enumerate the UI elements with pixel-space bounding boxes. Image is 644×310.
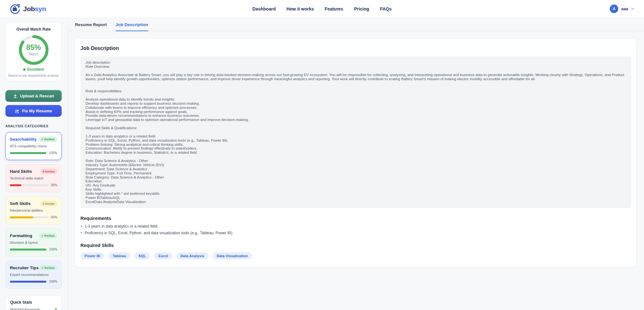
progress-bar	[10, 184, 48, 186]
status-badge: ✓Perfect	[39, 265, 57, 271]
progress-bar	[10, 281, 46, 283]
check-icon: ✓	[41, 137, 44, 141]
requirement-item: Proficiency in SQL, Excel, Python, and d…	[80, 231, 631, 235]
job-description-card: Job Description Job description Role Ove…	[75, 38, 637, 267]
user-name: aaa	[621, 6, 628, 11]
issues-badge: 2 issues	[40, 201, 58, 206]
chevron-down-icon	[631, 8, 634, 10]
category-card-searchability[interactable]: Searchability ✓Perfect ATS compatibility…	[5, 132, 62, 160]
category-name: Formatting	[10, 233, 32, 238]
match-footnote: Based on job requirements analysis	[8, 74, 59, 77]
progress-label: 100%	[49, 280, 57, 283]
nav-features[interactable]: Features	[325, 6, 343, 11]
page-title: Job Description	[80, 46, 631, 51]
status-badge: ✓Perfect	[39, 233, 57, 238]
match-percent: 85%	[26, 44, 41, 51]
quick-stats-card: Quick Stats Matched Keywords: 6 Missing …	[5, 296, 62, 310]
main-content: Resume Report Job Description Job Descri…	[68, 18, 644, 310]
quick-stats-title: Quick Stats	[10, 300, 57, 305]
skill-chip: Data Visualization	[213, 252, 252, 259]
nav-faqs[interactable]: FAQs	[380, 6, 392, 11]
progress-label: 100%	[49, 248, 57, 251]
match-ring: 85% Match	[18, 34, 50, 66]
category-card-hard-skills[interactable]: Hard Skills 6 issues Technical skills ma…	[5, 164, 62, 192]
upload-rescan-button[interactable]: Upload & Rescan	[5, 90, 62, 102]
sidebar: Overall Match Rate 85% Match Excellent B…	[0, 18, 68, 310]
category-desc: Expert recommendations	[10, 273, 57, 277]
avatar: A	[610, 4, 618, 13]
category-desc: Interpersonal abilities	[10, 208, 57, 212]
check-icon: ✓	[41, 266, 44, 270]
skill-chips: Power BI Tableau SQL Excel Data Analysis…	[80, 252, 631, 259]
match-sub-label: Match	[29, 52, 38, 56]
match-card-title: Overall Match Rate	[8, 27, 59, 32]
match-status: Excellent	[27, 67, 44, 72]
status-dot-icon	[23, 68, 25, 71]
tab-resume-report[interactable]: Resume Report	[75, 22, 107, 31]
progress-bar	[10, 216, 48, 218]
nav-dashboard[interactable]: Dashboard	[252, 6, 276, 11]
overall-match-card: Overall Match Rate 85% Match Excellent B…	[5, 22, 62, 81]
status-badge: ✓Perfect	[39, 137, 57, 142]
category-name: Searchability	[10, 137, 37, 142]
check-icon: ✓	[41, 234, 44, 237]
jobsyn-logo[interactable]: Jobsyn	[10, 4, 46, 14]
category-desc: Structure & layout	[10, 241, 57, 244]
category-name: Soft Skills	[10, 201, 31, 206]
report-tabs: Resume Report Job Description	[68, 18, 644, 31]
tab-job-description[interactable]: Job Description	[116, 22, 148, 31]
category-card-soft-skills[interactable]: Soft Skills 2 issues Interpersonal abili…	[5, 196, 62, 224]
user-menu[interactable]: A aaa	[610, 4, 634, 13]
brand-name: Jobsyn	[23, 5, 46, 13]
top-header: Jobsyn Dashboard How it works Features P…	[0, 0, 644, 18]
edit-icon	[15, 109, 19, 113]
progress-label: 60%	[51, 215, 57, 219]
requirements-heading: Requirements	[80, 216, 631, 221]
category-name: Hard Skills	[10, 169, 32, 174]
matched-keywords-value: 6	[55, 307, 57, 310]
requirement-item: 1-3 years in data analytics or a related…	[80, 224, 631, 229]
category-card-formatting[interactable]: Formatting ✓Perfect Structure & layout 1…	[5, 229, 62, 257]
progress-label: 100%	[49, 151, 57, 155]
skill-chip: Excel	[154, 252, 172, 259]
progress-bar	[10, 249, 46, 250]
nav-how-it-works[interactable]: How it works	[286, 6, 314, 11]
issues-badge: 6 issues	[40, 169, 58, 174]
main-nav: Dashboard How it works Features Pricing …	[252, 6, 392, 11]
category-name: Recruiter Tips	[10, 265, 39, 270]
progress-label: 30%	[51, 183, 57, 187]
category-desc: Technical skills match	[10, 176, 57, 180]
category-card-recruiter-tips[interactable]: Recruiter Tips ✓Perfect Expert recommend…	[5, 261, 62, 289]
skill-chip: Power BI	[80, 252, 104, 259]
skill-chip: Data Analysis	[176, 252, 209, 259]
skill-chip: SQL	[134, 252, 150, 259]
analysis-categories-heading: ANALYSIS CATEGORIES	[5, 124, 62, 128]
required-skills-heading: Required Skills	[80, 243, 631, 248]
nav-pricing[interactable]: Pricing	[354, 6, 369, 11]
fix-my-resume-button[interactable]: Fix My Resume	[5, 105, 62, 117]
category-desc: ATS compatibility check	[10, 144, 57, 148]
job-description-text: Job description Role Overview As a Data …	[80, 56, 631, 208]
skill-chip: Tableau	[108, 252, 130, 259]
progress-bar	[10, 152, 46, 154]
upload-icon	[13, 94, 17, 98]
stat-row-matched: Matched Keywords: 6	[10, 307, 57, 310]
requirements-list: 1-3 years in data analytics or a related…	[80, 224, 631, 235]
jobsyn-logo-icon	[10, 4, 20, 14]
